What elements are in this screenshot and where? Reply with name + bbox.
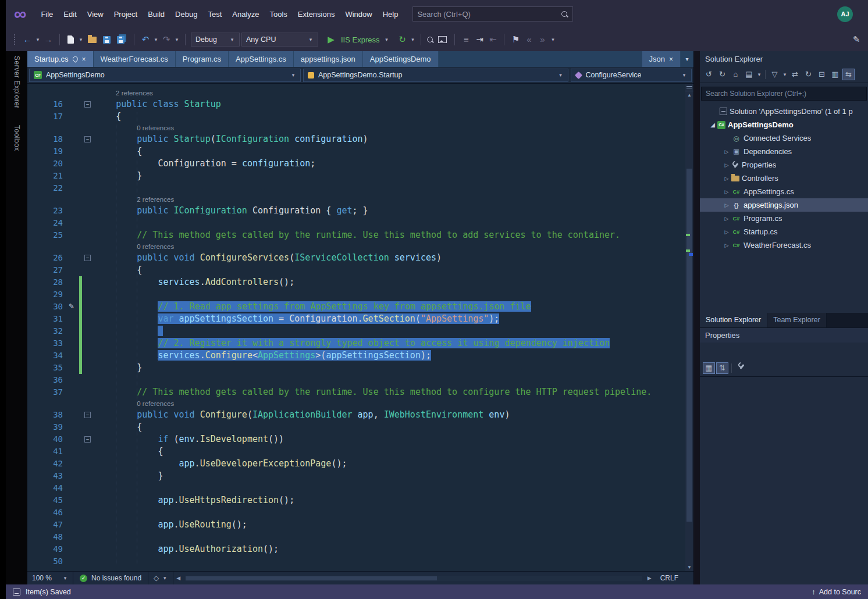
- fold-marker-icon[interactable]: −: [84, 436, 91, 443]
- screenshot-icon[interactable]: [438, 36, 447, 43]
- type-dropdown[interactable]: AppSettingsDemo.Startup ▾: [303, 69, 568, 82]
- tab-program-cs[interactable]: Program.cs: [176, 51, 229, 67]
- alphabetical-icon[interactable]: ⇅: [716, 362, 728, 374]
- code-text[interactable]: // 1. Read app settings from AppSettings…: [95, 301, 685, 313]
- scroll-right-icon[interactable]: ▶: [645, 575, 654, 581]
- pin-icon[interactable]: [72, 55, 79, 63]
- undo-caret-icon[interactable]: ▾: [153, 37, 159, 42]
- code-text[interactable]: app.UseRouting();: [95, 519, 685, 531]
- search-input[interactable]: [417, 10, 561, 19]
- tree-item-startup-cs[interactable]: ▷C#Startup.cs: [700, 225, 868, 238]
- code-text[interactable]: }: [95, 362, 685, 374]
- redo-icon[interactable]: ↷: [161, 33, 172, 47]
- add-to-source-control-button[interactable]: ↑ Add to Sourc: [812, 587, 861, 596]
- code-text[interactable]: [95, 182, 685, 194]
- menu-item-project[interactable]: Project: [109, 7, 143, 22]
- code-text[interactable]: [95, 531, 685, 543]
- previous-bookmark-icon[interactable]: «: [523, 33, 535, 47]
- tree-item-appsettings-cs[interactable]: ▷C#AppSettings.cs: [700, 185, 868, 198]
- tab-close-icon[interactable]: ×: [82, 56, 86, 63]
- fold-marker-icon[interactable]: −: [84, 101, 91, 108]
- tab-list-chevron-icon[interactable]: ▾: [681, 51, 693, 67]
- code-text[interactable]: app.UseHttpsRedirection();: [95, 494, 685, 507]
- code-text[interactable]: {: [95, 264, 685, 276]
- code-text[interactable]: public class Startup: [95, 98, 685, 110]
- switch-views-icon[interactable]: ▤: [743, 69, 755, 80]
- start-debugging-button[interactable]: ▶ IIS Express ▾: [320, 32, 394, 47]
- code-text[interactable]: }: [95, 470, 685, 482]
- split-editor-handle[interactable]: [685, 84, 693, 91]
- tab-close-icon[interactable]: ×: [669, 56, 673, 63]
- redo-caret-icon[interactable]: ▾: [174, 37, 180, 42]
- tab-appsettings-cs[interactable]: AppSettings.cs: [229, 51, 294, 67]
- back-icon[interactable]: ↺: [703, 69, 715, 80]
- filter-caret-icon[interactable]: ▾: [782, 72, 788, 77]
- codelens-references[interactable]: 2 references: [95, 194, 174, 205]
- pending-changes-filter-icon[interactable]: ▽: [769, 69, 781, 80]
- navigate-backward-caret-icon[interactable]: ▾: [35, 37, 41, 42]
- tab-json[interactable]: Json×: [642, 51, 681, 67]
- panel-tab-team-explorer[interactable]: Team Explorer: [767, 313, 827, 327]
- code-text[interactable]: services.AddControllers();: [95, 276, 685, 288]
- preview-selected-items-icon[interactable]: ⇆: [842, 69, 855, 80]
- scrollbar-track[interactable]: [685, 99, 693, 564]
- toolbar-grip[interactable]: [14, 34, 16, 45]
- tree-item-connected-services[interactable]: ◎Connected Services: [700, 131, 868, 145]
- code-text[interactable]: var appSettingsSection = Configuration.G…: [95, 313, 685, 325]
- scrollbar-thumb[interactable]: [686, 169, 692, 522]
- solution-configuration-select[interactable]: Debug ▾: [191, 33, 240, 47]
- tree-item-properties[interactable]: ▷Properties: [700, 158, 868, 172]
- tree-item-dependencies[interactable]: ▷▣Dependencies: [700, 145, 868, 158]
- codelens-references[interactable]: 0 references: [95, 241, 174, 252]
- menu-item-build[interactable]: Build: [143, 7, 170, 22]
- code-text[interactable]: public void ConfigureServices(IServiceCo…: [95, 252, 685, 264]
- vertical-scrollbar[interactable]: ▲ ▼: [685, 84, 693, 571]
- line-ending-indicator[interactable]: CRLF: [660, 574, 678, 582]
- tree-item-controllers[interactable]: ▷Controllers: [700, 172, 868, 185]
- chevron-open-icon[interactable]: ◢: [708, 122, 717, 128]
- navigate-backward-icon[interactable]: ←: [22, 33, 33, 47]
- new-file-icon[interactable]: [67, 35, 74, 44]
- save-all-icon[interactable]: [117, 36, 124, 44]
- code-text[interactable]: app.UseDeveloperExceptionPage();: [95, 458, 685, 470]
- menu-item-edit[interactable]: Edit: [58, 7, 81, 22]
- code-text[interactable]: [95, 217, 685, 229]
- feedback-icon[interactable]: ✎: [851, 33, 862, 47]
- tree-item-appsettingsdemo[interactable]: ◢C#AppSettingsDemo: [700, 118, 868, 131]
- tree-item-appsettings-json[interactable]: ▷{}appsettings.json: [700, 198, 868, 212]
- chevron-closed-icon[interactable]: ▷: [722, 202, 731, 208]
- code-text[interactable]: // This method gets called by the runtim…: [95, 386, 685, 398]
- indent-icon[interactable]: ⇥: [474, 33, 485, 47]
- scroll-down-icon[interactable]: ▼: [687, 564, 692, 571]
- document-health-indicator[interactable]: ✓ No issues found: [73, 572, 148, 584]
- menu-item-test[interactable]: Test: [202, 7, 227, 22]
- code-text[interactable]: // This method gets called by the runtim…: [95, 229, 685, 241]
- scroll-up-icon[interactable]: ▲: [687, 91, 692, 99]
- member-dropdown[interactable]: ConfigureService ▾: [571, 69, 692, 82]
- tree-item-solution-appsettingsdemo-1-of-1-p[interactable]: Solution 'AppSettingsDemo' (1 of 1 p: [700, 105, 868, 118]
- code-editor[interactable]: 2 references16− public class Startup17 {…: [27, 84, 693, 571]
- switch-views-caret-icon[interactable]: ▾: [756, 72, 762, 77]
- codelens-references[interactable]: 0 references: [95, 398, 174, 409]
- bookmark-icon[interactable]: ⚑: [510, 33, 521, 47]
- zoom-select[interactable]: 100 % ▾: [27, 572, 73, 584]
- next-bookmark-icon[interactable]: »: [536, 33, 548, 47]
- fold-marker-icon[interactable]: −: [84, 412, 91, 418]
- code-text[interactable]: [95, 555, 685, 568]
- menu-item-extensions[interactable]: Extensions: [293, 7, 340, 22]
- menu-item-tools[interactable]: Tools: [265, 7, 293, 22]
- search-icon[interactable]: [561, 10, 568, 18]
- solution-platform-select[interactable]: Any CPU ▾: [241, 33, 318, 47]
- panel-tab-solution-explorer[interactable]: Solution Explorer: [700, 313, 767, 327]
- outline-icon[interactable]: ≡: [460, 33, 472, 47]
- categorized-icon[interactable]: ▦: [703, 362, 715, 374]
- undo-icon[interactable]: ↶: [140, 33, 151, 47]
- chevron-closed-icon[interactable]: ▷: [722, 149, 731, 155]
- solution-explorer-search-box[interactable]: [701, 87, 867, 101]
- code-text[interactable]: {: [95, 145, 685, 158]
- chevron-closed-icon[interactable]: ▷: [722, 229, 731, 235]
- hot-reload-icon[interactable]: ↻: [396, 33, 408, 47]
- fold-marker-icon[interactable]: −: [84, 136, 91, 142]
- avatar[interactable]: AJ: [837, 6, 853, 22]
- find-in-files-icon[interactable]: [426, 36, 434, 44]
